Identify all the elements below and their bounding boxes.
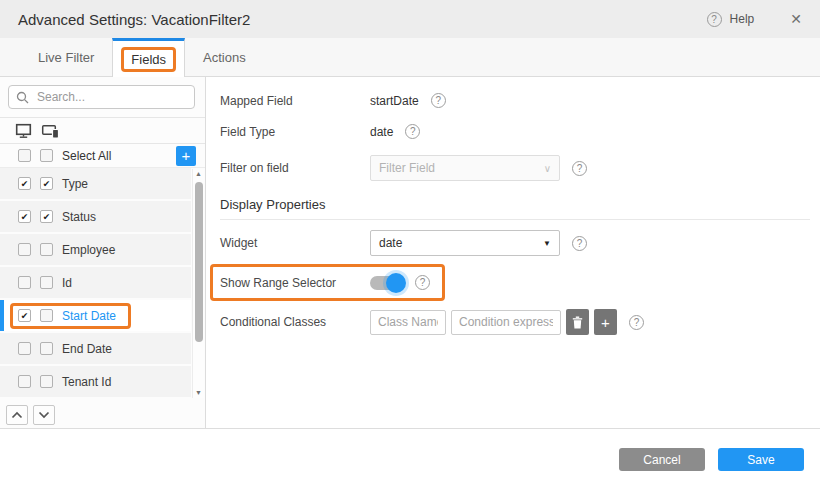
condition-expression-input[interactable] <box>451 310 561 335</box>
add-field-button[interactable]: + <box>176 146 196 166</box>
select-all-desktop-checkbox[interactable] <box>18 149 31 162</box>
list-item-content: ✔✔Status <box>18 210 96 224</box>
select-all-label: Select All <box>62 149 111 163</box>
help-icon[interactable]: ? <box>707 12 722 27</box>
move-up-button[interactable] <box>6 405 28 425</box>
filter-field-select: Filter Field ∨ <box>370 155 560 181</box>
mapped-field-value: startDate <box>370 94 419 108</box>
list-item-content: Id <box>18 276 72 290</box>
advanced-settings-dialog: Advanced Settings: VacationFilter2 ? Hel… <box>0 0 820 489</box>
tab-live-filter[interactable]: Live Filter <box>20 38 112 76</box>
filter-on-field-label: Filter on field <box>220 161 370 175</box>
select-all-row[interactable]: Select All + <box>0 144 205 168</box>
conditional-classes-row: Conditional Classes + ? <box>220 309 820 335</box>
mobile-checkbox[interactable] <box>40 276 53 289</box>
dropdown-arrow-icon: ▼ <box>543 239 551 248</box>
conditional-classes-label: Conditional Classes <box>220 315 370 329</box>
list-item-status[interactable]: ✔✔Status <box>0 201 191 232</box>
field-type-value: date <box>370 125 393 139</box>
move-down-button[interactable] <box>33 405 55 425</box>
mobile-icon <box>41 123 61 139</box>
desktop-icon <box>15 123 33 139</box>
add-class-button[interactable]: + <box>594 309 617 335</box>
filter-on-field-help-icon[interactable]: ? <box>572 161 587 176</box>
tab-bar: Live Filter Fields Actions <box>0 38 820 77</box>
desktop-checkbox[interactable] <box>18 276 31 289</box>
widget-help-icon[interactable]: ? <box>572 236 587 251</box>
list-item-end-date[interactable]: End Date <box>0 333 191 364</box>
widget-value: date <box>379 236 402 250</box>
mobile-checkbox[interactable] <box>40 375 53 388</box>
tab-fields[interactable]: Fields <box>112 38 185 77</box>
device-column-header <box>0 118 205 144</box>
mobile-checkbox[interactable] <box>40 309 53 322</box>
mapped-field-row: Mapped Field startDate ? <box>220 93 820 108</box>
field-list: ✔✔Type✔✔StatusEmployeeId✔Start DateEnd D… <box>0 168 205 400</box>
select-all-mobile-checkbox[interactable] <box>40 149 53 162</box>
widget-row: Widget date ▼ ? <box>220 230 820 256</box>
list-item-label: Tenant Id <box>62 375 111 389</box>
field-settings-panel: Mapped Field startDate ? Field Type date… <box>206 77 820 428</box>
show-range-selector-toggle[interactable] <box>370 276 403 290</box>
scroll-up-icon[interactable]: ▲ <box>195 169 202 179</box>
show-range-selector-label: Show Range Selector <box>220 276 370 290</box>
search-input[interactable] <box>35 89 187 105</box>
class-name-input[interactable] <box>370 310 446 335</box>
scroll-down-icon[interactable]: ▼ <box>195 388 202 398</box>
chevron-up-icon <box>11 411 23 419</box>
field-type-help-icon[interactable]: ? <box>405 124 420 139</box>
dialog-footer: Cancel Save <box>0 429 820 489</box>
section-divider <box>220 219 810 220</box>
widget-select[interactable]: date ▼ <box>370 230 560 256</box>
filter-on-field-row: Filter on field Filter Field ∨ ? <box>220 155 820 181</box>
display-properties-title: Display Properties <box>220 197 820 212</box>
fields-sidebar: Select All + ✔✔Type✔✔StatusEmployeeId✔St… <box>0 77 206 428</box>
tab-actions[interactable]: Actions <box>185 38 264 76</box>
list-item-label: Type <box>62 177 88 191</box>
desktop-checkbox[interactable]: ✔ <box>18 309 31 322</box>
search-box[interactable] <box>8 85 195 109</box>
list-item-type[interactable]: ✔✔Type <box>0 168 191 199</box>
list-item-label: Id <box>62 276 72 290</box>
show-range-selector-row: Show Range Selector ? <box>220 264 820 301</box>
desktop-checkbox[interactable]: ✔ <box>18 177 31 190</box>
mapped-field-help-icon[interactable]: ? <box>431 93 446 108</box>
list-item-content: Tenant Id <box>18 375 111 389</box>
close-icon[interactable]: ✕ <box>790 11 802 27</box>
trash-icon <box>572 316 583 329</box>
show-range-selector-help-icon[interactable]: ? <box>415 275 430 290</box>
mapped-field-label: Mapped Field <box>220 94 370 108</box>
list-item-content: ✔✔Type <box>18 177 88 191</box>
field-type-label: Field Type <box>220 125 370 139</box>
list-item-id[interactable]: Id <box>0 267 191 298</box>
mobile-checkbox[interactable]: ✔ <box>40 177 53 190</box>
mobile-checkbox[interactable] <box>40 342 53 355</box>
chevron-down-icon <box>38 411 50 419</box>
conditional-classes-help-icon[interactable]: ? <box>629 315 644 330</box>
cancel-button[interactable]: Cancel <box>619 448 705 471</box>
list-item-annotation: ✔Start Date <box>10 303 131 329</box>
tab-fields-annotation: Fields <box>121 47 176 72</box>
save-button[interactable]: Save <box>718 448 804 471</box>
list-item-employee[interactable]: Employee <box>0 234 191 265</box>
list-scrollbar[interactable]: ▲ ▼ <box>192 169 204 398</box>
field-type-row: Field Type date ? <box>220 124 820 139</box>
help-label[interactable]: Help <box>730 12 755 26</box>
mobile-checkbox[interactable]: ✔ <box>40 210 53 223</box>
filter-field-placeholder: Filter Field <box>379 161 435 175</box>
desktop-checkbox[interactable] <box>18 375 31 388</box>
dialog-body: Select All + ✔✔Type✔✔StatusEmployeeId✔St… <box>0 77 820 429</box>
list-item-start-date[interactable]: ✔Start Date <box>0 300 191 331</box>
mobile-checkbox[interactable] <box>40 243 53 256</box>
search-container <box>0 77 205 118</box>
field-rows: ✔✔Type✔✔StatusEmployeeId✔Start DateEnd D… <box>0 168 191 400</box>
desktop-checkbox[interactable] <box>18 243 31 256</box>
widget-label: Widget <box>220 236 370 250</box>
list-item-label: Start Date <box>62 309 116 323</box>
desktop-checkbox[interactable] <box>18 342 31 355</box>
dialog-title: Advanced Settings: VacationFilter2 <box>18 11 707 28</box>
list-item-tenant-id[interactable]: Tenant Id <box>0 366 191 397</box>
delete-class-button[interactable] <box>566 309 589 335</box>
desktop-checkbox[interactable]: ✔ <box>18 210 31 223</box>
scrollbar-thumb[interactable] <box>195 182 203 342</box>
